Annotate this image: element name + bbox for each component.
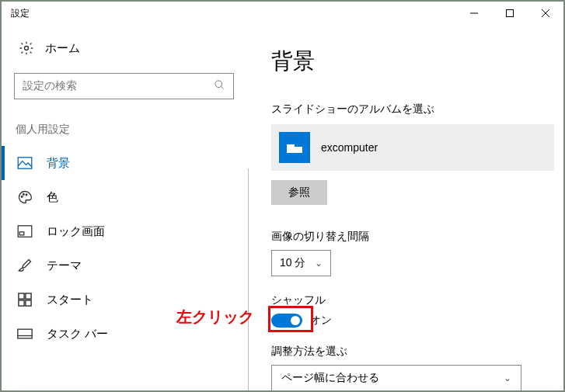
svg-rect-13 xyxy=(19,293,24,299)
interval-value: 10 分 xyxy=(280,256,305,270)
sidebar: ホーム 設定の検索 個人用設定 背景 xyxy=(2,25,246,390)
svg-line-6 xyxy=(221,86,223,88)
interval-select[interactable]: 10 分 ⌄ xyxy=(271,250,331,276)
svg-rect-17 xyxy=(18,329,32,338)
svg-point-4 xyxy=(25,47,29,50)
svg-point-9 xyxy=(23,193,25,195)
search-placeholder: 設定の検索 xyxy=(23,79,214,93)
start-icon xyxy=(17,293,33,307)
nav-themes[interactable]: テーマ xyxy=(2,248,246,283)
svg-point-8 xyxy=(21,196,23,197)
home-link[interactable]: ホーム xyxy=(2,25,246,68)
search-icon xyxy=(214,79,225,93)
interval-label: 画像の切り替え間隔 xyxy=(271,230,554,244)
fit-value: ページ幅に合わせる xyxy=(281,371,379,385)
svg-rect-12 xyxy=(19,232,24,235)
nav-label: ロック画面 xyxy=(47,224,105,239)
chevron-down-icon: ⌄ xyxy=(504,373,511,383)
section-label: 個人用設定 xyxy=(16,123,246,137)
lockscreen-icon xyxy=(17,225,33,238)
nav-label: スタート xyxy=(47,293,93,307)
minimize-button[interactable] xyxy=(456,2,492,25)
nav-label: タスク バー xyxy=(47,327,108,342)
nav-label: 色 xyxy=(47,190,58,205)
fit-select[interactable]: ページ幅に合わせる ⌄ xyxy=(271,365,521,390)
home-label: ホーム xyxy=(45,41,80,56)
svg-rect-15 xyxy=(19,300,24,306)
nav-label: 背景 xyxy=(47,156,70,171)
search-input[interactable]: 設定の検索 xyxy=(14,73,234,99)
picture-icon xyxy=(17,157,33,169)
gear-icon xyxy=(19,40,34,56)
fit-label: 調整方法を選ぶ xyxy=(271,345,554,359)
svg-rect-20 xyxy=(287,144,295,147)
folder-icon xyxy=(279,132,310,163)
svg-rect-1 xyxy=(507,10,514,17)
album-label: スライドショーのアルバムを選ぶ xyxy=(271,102,554,116)
titlebar: 設定 xyxy=(2,2,563,25)
shuffle-state: オン xyxy=(310,314,332,328)
vertical-divider xyxy=(248,168,249,390)
svg-rect-14 xyxy=(26,293,31,299)
page-heading: 背景 xyxy=(271,47,554,76)
annotation-text: 左クリック xyxy=(176,307,254,328)
maximize-button[interactable] xyxy=(492,2,528,25)
album-item[interactable]: excomputer xyxy=(271,124,554,171)
nav-background[interactable]: 背景 xyxy=(2,146,246,180)
window-title: 設定 xyxy=(11,7,456,20)
svg-point-10 xyxy=(26,194,27,196)
window-controls xyxy=(456,2,563,25)
palette-icon xyxy=(17,189,33,205)
svg-point-5 xyxy=(215,81,222,88)
brush-icon xyxy=(17,258,33,273)
toggle-knob xyxy=(291,316,300,325)
nav-label: テーマ xyxy=(47,258,82,273)
shuffle-toggle[interactable] xyxy=(271,314,302,328)
svg-rect-16 xyxy=(26,300,31,306)
taskbar-icon xyxy=(17,328,33,339)
nav-lockscreen[interactable]: ロック画面 xyxy=(2,214,246,248)
album-name: excomputer xyxy=(321,141,378,154)
browse-button[interactable]: 参照 xyxy=(271,180,327,205)
settings-window: 設定 ホーム 設定の検索 xyxy=(0,0,565,392)
svg-rect-19 xyxy=(287,147,302,153)
shuffle-label: シャッフル xyxy=(271,293,554,307)
close-button[interactable] xyxy=(528,2,563,25)
nav-colors[interactable]: 色 xyxy=(2,180,246,214)
chevron-down-icon: ⌄ xyxy=(315,258,323,269)
content-pane: 背景 スライドショーのアルバムを選ぶ excomputer 参照 画像の切り替え… xyxy=(246,25,563,390)
